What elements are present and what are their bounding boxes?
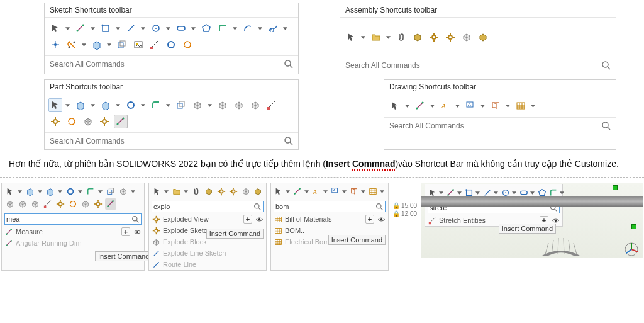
dropdown-caret[interactable] bbox=[106, 38, 111, 52]
fillet-tool[interactable] bbox=[149, 98, 163, 112]
sketch-handle[interactable] bbox=[631, 224, 636, 229]
mate-tool[interactable] bbox=[191, 186, 203, 197]
rib-tool[interactable] bbox=[265, 98, 279, 112]
rebuild-tool[interactable] bbox=[65, 115, 79, 128]
add-command-button[interactable]: + bbox=[121, 227, 130, 236]
mate-tool[interactable] bbox=[394, 30, 408, 44]
dropdown-caret[interactable] bbox=[404, 99, 409, 113]
select-tool[interactable] bbox=[48, 21, 62, 35]
dropdown-caret[interactable] bbox=[130, 186, 135, 197]
dropdown-caret[interactable] bbox=[140, 98, 145, 112]
insert-comp-tool[interactable] bbox=[171, 186, 182, 197]
dropdown-caret[interactable] bbox=[282, 21, 287, 35]
shell-tool[interactable] bbox=[248, 98, 262, 112]
rib-tool[interactable] bbox=[42, 198, 53, 210]
suggestion-row[interactable]: Bill of Materials + bbox=[271, 213, 388, 225]
suggestion-row[interactable]: Exploded View + bbox=[149, 213, 266, 225]
select-tool[interactable] bbox=[4, 186, 16, 197]
search-input[interactable] bbox=[48, 56, 283, 72]
sketch-picture-tool[interactable] bbox=[131, 38, 145, 52]
add-command-button[interactable]: + bbox=[365, 215, 374, 224]
search-input[interactable] bbox=[6, 215, 131, 224]
eye-icon[interactable] bbox=[377, 215, 386, 224]
dropdown-caret[interactable] bbox=[90, 98, 95, 112]
sketch-handle[interactable] bbox=[613, 185, 618, 190]
search-icon[interactable] bbox=[601, 120, 612, 132]
dropdown-caret[interactable] bbox=[455, 99, 460, 113]
dropdown-caret[interactable] bbox=[386, 30, 391, 44]
linear-pattern-tool[interactable] bbox=[216, 98, 230, 112]
drawing-view-tool[interactable] bbox=[489, 99, 502, 113]
rotate-comp-tool[interactable] bbox=[228, 186, 239, 197]
select-tool[interactable] bbox=[48, 98, 62, 112]
spline-tool[interactable] bbox=[266, 21, 280, 35]
eye-icon[interactable] bbox=[133, 227, 142, 236]
pattern-tool[interactable] bbox=[4, 198, 16, 210]
search-icon[interactable] bbox=[253, 202, 262, 211]
suggestion-row[interactable]: Measure + bbox=[2, 226, 144, 237]
mirror-tool[interactable] bbox=[17, 198, 28, 210]
hole-tool[interactable] bbox=[65, 186, 76, 197]
config-tool[interactable] bbox=[92, 198, 104, 210]
dropdown-caret[interactable] bbox=[480, 99, 485, 113]
sketch-tool[interactable] bbox=[105, 186, 116, 197]
view-tool[interactable] bbox=[349, 186, 360, 197]
show-hidden-components-tool[interactable] bbox=[460, 30, 474, 44]
dropdown-caret[interactable] bbox=[90, 21, 95, 35]
hole-wizard-tool[interactable] bbox=[124, 98, 138, 112]
mirror-tool[interactable] bbox=[232, 98, 246, 112]
tables-tool[interactable] bbox=[368, 186, 379, 197]
slot-tool[interactable] bbox=[174, 21, 188, 35]
dropdown-caret[interactable] bbox=[77, 186, 82, 197]
dropdown-caret[interactable] bbox=[165, 98, 170, 112]
smart-dimension-tool[interactable] bbox=[413, 99, 427, 113]
dropdown-caret[interactable] bbox=[360, 30, 365, 44]
dropdown-caret[interactable] bbox=[140, 21, 145, 35]
note-tool[interactable] bbox=[464, 99, 477, 113]
model-items-tool[interactable] bbox=[438, 99, 452, 113]
edit-component-tool[interactable] bbox=[411, 30, 425, 44]
circle-tool[interactable] bbox=[149, 21, 163, 35]
dropdown-caret[interactable] bbox=[184, 186, 189, 197]
search-icon[interactable] bbox=[601, 60, 612, 71]
smart-dimension-tool[interactable] bbox=[74, 21, 87, 35]
dropdown-caret[interactable] bbox=[81, 38, 86, 52]
dropdown-caret[interactable] bbox=[165, 21, 170, 35]
sketch-fillet-tool[interactable] bbox=[216, 21, 230, 35]
dropdown-caret[interactable] bbox=[65, 21, 70, 35]
assembly-features-tool[interactable] bbox=[476, 30, 490, 44]
cut-tool[interactable] bbox=[45, 186, 56, 197]
add-command-button[interactable]: + bbox=[243, 215, 252, 224]
polygon-tool[interactable] bbox=[199, 21, 213, 35]
dropdown-caret[interactable] bbox=[37, 186, 42, 197]
measure-tool[interactable] bbox=[114, 115, 128, 128]
dropdown-caret[interactable] bbox=[304, 186, 309, 197]
dropdown-caret[interactable] bbox=[430, 99, 435, 113]
extrude-tool[interactable] bbox=[90, 38, 104, 52]
rotate-component-tool[interactable] bbox=[443, 30, 457, 44]
search-icon[interactable] bbox=[131, 215, 140, 224]
search-icon[interactable] bbox=[375, 202, 384, 211]
extrude-tool[interactable] bbox=[25, 186, 36, 197]
asm-feat-tool[interactable] bbox=[253, 186, 264, 197]
select-tool[interactable] bbox=[152, 186, 163, 197]
dropdown-caret[interactable] bbox=[323, 186, 328, 197]
dropdown-caret[interactable] bbox=[65, 98, 70, 112]
measure-tool[interactable] bbox=[105, 198, 116, 210]
line-tool[interactable] bbox=[124, 21, 138, 35]
dropdown-caret[interactable] bbox=[97, 186, 103, 197]
search-input[interactable] bbox=[344, 57, 601, 74]
dropdown-caret[interactable] bbox=[17, 186, 22, 197]
search-icon[interactable] bbox=[283, 135, 294, 147]
select-tool[interactable] bbox=[344, 30, 358, 44]
dropdown-caret[interactable] bbox=[342, 186, 347, 197]
rebuild-tool[interactable] bbox=[67, 198, 79, 210]
edit-material-tool[interactable] bbox=[81, 115, 95, 128]
move-comp-tool[interactable] bbox=[216, 186, 227, 197]
eye-icon[interactable] bbox=[255, 215, 264, 224]
offset-entities-tool[interactable] bbox=[115, 38, 129, 52]
add-relation-tool[interactable] bbox=[148, 38, 162, 52]
ellipse-tool[interactable] bbox=[164, 38, 178, 52]
convert-entities-tool[interactable] bbox=[180, 38, 194, 52]
dropdown-caret[interactable] bbox=[115, 98, 120, 112]
